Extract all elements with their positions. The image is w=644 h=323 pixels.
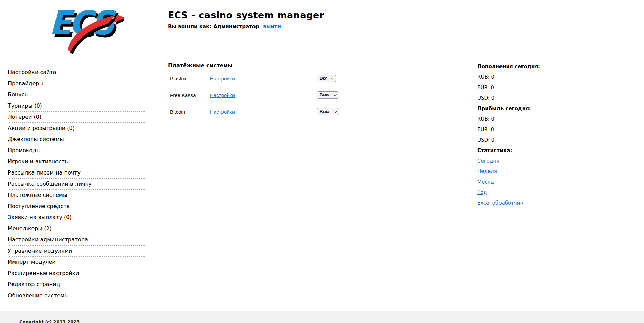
copyright-text: Copyright (c) 2013-2023 bbox=[19, 319, 80, 323]
page-title: ECS - casino system manager bbox=[168, 10, 635, 20]
payment-settings-link[interactable]: Настройки bbox=[210, 92, 235, 98]
sidebar-item-admin-settings[interactable]: Настройки администратора bbox=[8, 234, 145, 246]
payment-state-select[interactable]: Выкл bbox=[317, 108, 339, 115]
payment-state-select[interactable]: Выкл bbox=[317, 91, 339, 99]
sidebar-item-incoming-funds[interactable]: Поступление средств bbox=[8, 201, 145, 212]
payment-state-select-wrap: Выкл bbox=[317, 91, 339, 99]
deposits-title: Пополнения сегодня: bbox=[477, 64, 575, 70]
payment-name: Free Kassa bbox=[170, 92, 210, 98]
sidebar-item-system-update[interactable]: Обновление системы bbox=[8, 290, 145, 301]
sidebar-item-promotions[interactable]: Акции и розыгрыши (0) bbox=[8, 123, 145, 134]
payment-name: Piastrix bbox=[170, 76, 210, 82]
payment-row-piastrix: Piastrix Настройки Вкл bbox=[170, 74, 336, 83]
sidebar-item-tournaments[interactable]: Турниры (0) bbox=[8, 100, 145, 112]
stats-link-today[interactable]: Сегодня bbox=[477, 158, 499, 164]
profit-usd: USD: 0 bbox=[477, 137, 575, 144]
payment-settings-link[interactable]: Настройки bbox=[210, 76, 235, 82]
header-divider bbox=[168, 34, 635, 34]
sidebar-item-email-mailing[interactable]: Рассылка писем на почту bbox=[8, 167, 145, 179]
section-title: Платёжные системы bbox=[168, 62, 233, 69]
stats-link-week[interactable]: Неделя bbox=[477, 168, 497, 175]
stats-link-month[interactable]: Месяц bbox=[477, 179, 494, 185]
header: ECS - casino system manager Вы вошли как… bbox=[168, 10, 635, 34]
sidebar-item-payment-systems[interactable]: Платёжные системы bbox=[8, 190, 145, 201]
sidebar-item-lotteries[interactable]: Лотереи (0) bbox=[8, 112, 145, 123]
sidebar-item-promocodes[interactable]: Промокоды bbox=[8, 145, 145, 156]
ecs-logo-image: ECS ECS bbox=[46, 4, 124, 55]
sidebar-item-payout-requests[interactable]: Заявки на выплату (0) bbox=[8, 212, 145, 223]
sidebar-item-players-activity[interactable]: Игроки и активность bbox=[8, 156, 145, 167]
sidebar-item-page-editor[interactable]: Редактор страниц bbox=[8, 279, 145, 290]
sidebar-menu: Настройки сайта Провайдеры Бонусы Турнир… bbox=[8, 67, 145, 301]
ecs-logo: ECS ECS bbox=[46, 4, 124, 55]
stats-link-excel[interactable]: Excel обработчик bbox=[477, 200, 523, 206]
payment-row-freekassa: Free Kassa Настройки Выкл bbox=[170, 91, 339, 99]
sidebar-item-providers[interactable]: Провайдеры bbox=[8, 78, 145, 89]
stats-link-year[interactable]: Год bbox=[477, 189, 487, 195]
stats-title: Статистика: bbox=[477, 147, 575, 154]
payment-settings-link[interactable]: Настройки bbox=[210, 109, 235, 115]
logout-link[interactable]: выйти bbox=[263, 24, 281, 30]
login-status: Вы вошли как: Администратор выйти bbox=[168, 24, 635, 30]
payment-name: Bitcoin bbox=[170, 109, 210, 115]
sidebar-item-pm-mailing[interactable]: Рассылка сообщений в личку bbox=[8, 179, 145, 190]
payment-state-select-wrap: Вкл bbox=[317, 75, 336, 82]
deposits-usd: USD: 0 bbox=[477, 95, 575, 102]
login-label: Вы вошли как: Администратор bbox=[168, 24, 259, 30]
sidebar-item-module-management[interactable]: Управление модулями bbox=[8, 246, 145, 257]
sidebar-item-jackpots[interactable]: Джекпоты системы bbox=[8, 134, 145, 145]
sidebar-item-managers[interactable]: Менеджеры (2) bbox=[8, 223, 145, 234]
sidebar-item-module-import[interactable]: Импорт модулей bbox=[8, 257, 145, 268]
payment-row-bitcoin: Bitcoin Настройки Выкл bbox=[170, 108, 339, 116]
deposits-rub: RUB: 0 bbox=[477, 74, 575, 81]
stats-panel: Пополнения сегодня: RUB: 0 EUR: 0 USD: 0… bbox=[477, 64, 575, 210]
profit-title: Прибыль сегодня: bbox=[477, 106, 575, 112]
payment-state-select[interactable]: Вкл bbox=[317, 75, 336, 82]
deposits-eur: EUR: 0 bbox=[477, 85, 575, 91]
profit-rub: RUB: 0 bbox=[477, 116, 575, 123]
payment-state-select-wrap: Выкл bbox=[317, 108, 339, 115]
profit-eur: EUR: 0 bbox=[477, 126, 575, 133]
right-column-divider bbox=[470, 58, 470, 301]
sidebar-item-advanced-settings[interactable]: Расширенные настройки bbox=[8, 268, 145, 279]
footer: Copyright (c) 2013-2023 bbox=[0, 311, 644, 323]
sidebar-item-bonuses[interactable]: Бонусы bbox=[8, 89, 145, 100]
left-column-divider bbox=[161, 58, 161, 301]
sidebar-item-site-settings[interactable]: Настройки сайта bbox=[8, 67, 145, 78]
